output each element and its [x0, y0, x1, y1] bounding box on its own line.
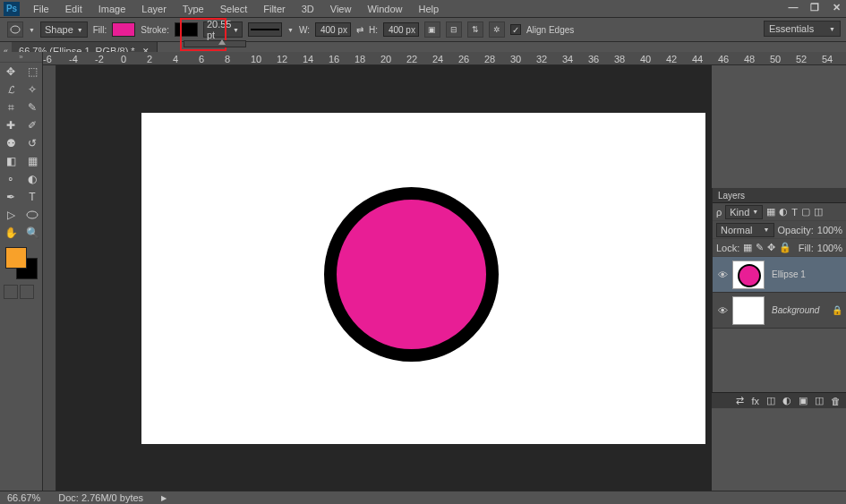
filter-smart-icon[interactable]: ◫ — [814, 206, 823, 218]
visibility-icon[interactable]: 👁 — [716, 269, 729, 280]
quick-mask-icon[interactable] — [4, 285, 18, 299]
layer-name-label[interactable]: Ellipse 1 — [772, 269, 806, 279]
foreground-color[interactable] — [5, 247, 27, 269]
status-bar: 66.67% Doc: 2.76M/0 bytes ▶ — [0, 491, 846, 504]
menu-file[interactable]: File — [25, 0, 57, 18]
new-layer-icon[interactable]: ◫ — [815, 395, 824, 406]
menu-view[interactable]: View — [322, 0, 360, 18]
tool-preset-icon[interactable] — [7, 21, 23, 38]
lock-paint-icon[interactable]: ✎ — [756, 242, 764, 253]
dodge-tool[interactable]: ◐ — [21, 170, 43, 188]
stroke-width-slider[interactable] — [184, 40, 246, 47]
menu-help[interactable]: Help — [411, 0, 448, 18]
options-bar: ▼ Shape ▼ Fill: Stroke: 20.55 pt ▼ ▼ W: … — [0, 18, 846, 42]
chevron-down-icon[interactable]: ▼ — [29, 27, 35, 33]
tools-collapse[interactable]: » — [0, 52, 42, 63]
stroke-style-dropdown[interactable] — [248, 22, 282, 37]
layer-thumbnail[interactable] — [732, 296, 765, 325]
fill-value[interactable]: 100% — [817, 243, 842, 253]
align-edges-checkbox[interactable]: ✓ — [510, 24, 521, 35]
opacity-value[interactable]: 100% — [817, 225, 842, 235]
gradient-tool[interactable]: ▦ — [21, 152, 43, 170]
menu-select[interactable]: Select — [212, 0, 256, 18]
crop-tool[interactable]: ⌗ — [0, 98, 21, 116]
menu-3d[interactable]: 3D — [294, 0, 322, 18]
history-brush-tool[interactable]: ↺ — [21, 134, 43, 152]
menu-edit[interactable]: Edit — [57, 0, 90, 18]
link-icon[interactable]: ⇄ — [356, 25, 363, 35]
healing-tool[interactable]: ✚ — [0, 116, 21, 134]
stamp-tool[interactable]: ⚉ — [0, 134, 21, 152]
brush-tool[interactable]: ✐ — [21, 116, 43, 134]
menu-image[interactable]: Image — [90, 0, 134, 18]
blur-tool[interactable]: ∘ — [0, 170, 21, 188]
type-tool[interactable]: T — [21, 188, 43, 206]
fill-swatch[interactable] — [112, 22, 135, 37]
adjustment-icon[interactable]: ◐ — [782, 395, 791, 406]
layers-tab[interactable]: Layers — [713, 188, 846, 203]
menu-type[interactable]: Type — [175, 0, 212, 18]
visibility-icon[interactable]: 👁 — [716, 305, 729, 316]
eraser-tool[interactable]: ◧ — [0, 152, 21, 170]
close-button[interactable]: ✕ — [830, 2, 842, 13]
marquee-tool[interactable]: ⬚ — [21, 63, 43, 81]
path-align-icon[interactable]: ⊟ — [446, 21, 462, 38]
tool-mode-dropdown[interactable]: Shape ▼ — [40, 21, 88, 38]
eyedropper-tool[interactable]: ✎ — [21, 98, 43, 116]
path-arrange-icon[interactable]: ⇅ — [467, 21, 483, 38]
color-swatches[interactable] — [4, 245, 39, 281]
filter-shape-icon[interactable]: ▢ — [801, 206, 810, 218]
menu-layer[interactable]: Layer — [133, 0, 175, 18]
filter-kind-dropdown[interactable]: Kind▼ — [725, 205, 763, 219]
chevron-down-icon[interactable]: ▼ — [287, 27, 294, 33]
group-icon[interactable]: ▣ — [799, 395, 808, 406]
stroke-width-input[interactable]: 20.55 pt ▼ — [203, 21, 243, 38]
layer-name-label[interactable]: Background — [772, 305, 819, 315]
filter-adjust-icon[interactable]: ◐ — [779, 206, 788, 218]
path-combine-icon[interactable]: ▣ — [424, 21, 440, 38]
blend-mode-dropdown[interactable]: Normal▼ — [716, 223, 774, 237]
minimize-button[interactable]: — — [787, 2, 799, 13]
lasso-tool[interactable]: 𝓛 — [0, 81, 21, 98]
screen-mode-icon[interactable] — [20, 285, 34, 299]
lock-pixels-icon[interactable]: ▦ — [743, 242, 752, 253]
height-input[interactable]: 400 px — [383, 22, 419, 37]
pen-tool[interactable]: ✒ — [0, 188, 21, 206]
canvas-area[interactable] — [56, 65, 712, 491]
w-label: W: — [299, 25, 310, 35]
magic-wand-tool[interactable]: ✧ — [21, 81, 43, 98]
workspace-label: Essentials — [769, 23, 814, 34]
layer-ellipse[interactable]: 👁 Ellipse 1 — [713, 257, 846, 293]
delete-layer-icon[interactable]: 🗑 — [831, 396, 841, 406]
menu-filter[interactable]: Filter — [255, 0, 293, 18]
move-tool[interactable]: ✥ — [0, 63, 21, 81]
svg-point-0 — [11, 26, 20, 33]
layer-background[interactable]: 👁 Background 🔒 — [713, 293, 846, 329]
restore-button[interactable]: ❐ — [808, 2, 821, 13]
canvas[interactable] — [141, 113, 705, 444]
filter-pixel-icon[interactable]: ▦ — [766, 206, 775, 218]
opacity-label: Opacity: — [778, 225, 814, 235]
stroke-swatch[interactable] — [175, 22, 198, 37]
workspace-switcher[interactable]: Essentials ▼ — [764, 21, 841, 37]
width-input[interactable]: 400 px — [315, 22, 351, 37]
ellipse-shape[interactable] — [324, 187, 499, 362]
lock-all-icon[interactable]: 🔒 — [779, 242, 791, 253]
filter-type-icon[interactable]: T — [791, 207, 798, 218]
layer-thumbnail[interactable] — [732, 261, 765, 289]
status-flyout[interactable]: ▶ — [161, 494, 167, 502]
hand-tool[interactable]: ✋ — [0, 224, 21, 242]
fx-icon[interactable]: fx — [751, 396, 759, 406]
zoom-level[interactable]: 66.67% — [7, 492, 40, 503]
search-icon[interactable]: ρ — [716, 207, 722, 218]
mask-icon[interactable]: ◫ — [766, 395, 775, 406]
lock-position-icon[interactable]: ✥ — [767, 242, 775, 253]
menu-window[interactable]: Window — [359, 0, 410, 18]
doc-info[interactable]: Doc: 2.76M/0 bytes — [58, 492, 143, 503]
svg-point-1 — [27, 211, 38, 218]
path-selection-tool[interactable]: ▷ — [0, 206, 21, 224]
shape-tool[interactable] — [21, 206, 43, 224]
zoom-tool[interactable]: 🔍 — [21, 224, 43, 242]
link-layers-icon[interactable]: ⇄ — [736, 395, 744, 406]
gear-icon[interactable]: ✲ — [489, 21, 505, 38]
